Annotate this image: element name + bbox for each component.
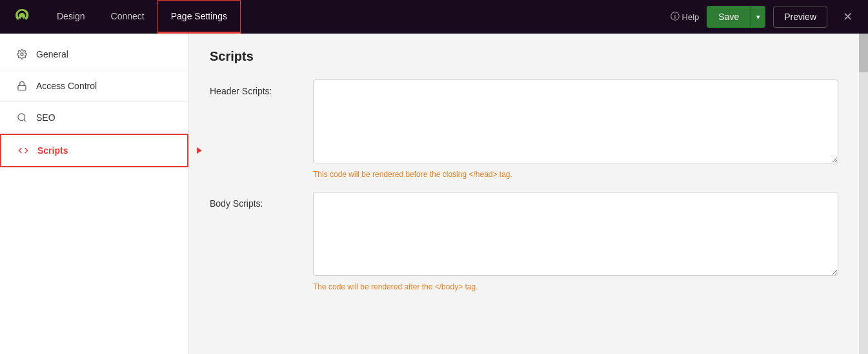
sidebar: General Access Control SEO	[0, 34, 189, 354]
code-icon	[17, 145, 30, 156]
header-scripts-hint: This code will be rendered before the cl…	[313, 170, 838, 179]
header-scripts-field: This code will be rendered before the cl…	[313, 79, 838, 179]
help-icon: ⓘ	[671, 11, 680, 23]
scrollbar-thumb[interactable]	[859, 34, 868, 72]
body-scripts-row: Body Scripts: The code will be rendered …	[210, 192, 838, 291]
nav-tab-connect[interactable]: Connect	[98, 0, 157, 34]
header-scripts-textarea[interactable]	[313, 79, 838, 163]
sidebar-item-general-label: General	[36, 49, 68, 59]
gear-icon	[15, 49, 28, 59]
preview-button[interactable]: Preview	[773, 6, 827, 28]
scrollbar[interactable]	[859, 34, 868, 354]
save-button[interactable]: Save	[707, 6, 751, 28]
chevron-down-icon: ▾	[756, 13, 760, 21]
sidebar-item-access-control-label: Access Control	[36, 81, 97, 91]
nav-tab-design[interactable]: Design	[44, 0, 98, 34]
help-button[interactable]: ⓘ Help	[671, 11, 700, 23]
svg-rect-1	[18, 85, 26, 90]
header-scripts-label: Header Scripts:	[210, 79, 313, 96]
nav-tab-page-settings[interactable]: Page Settings	[157, 0, 241, 34]
body-scripts-label: Body Scripts:	[210, 192, 313, 209]
main-layout: General Access Control SEO	[0, 34, 868, 354]
close-icon: ✕	[843, 10, 853, 23]
sidebar-item-general[interactable]: General	[0, 39, 188, 70]
sidebar-item-scripts-label: Scripts	[37, 145, 68, 156]
nav-right-actions: ⓘ Help Save ▾ Preview ✕	[671, 6, 858, 28]
app-logo	[10, 5, 34, 28]
lock-icon	[15, 81, 28, 91]
svg-line-3	[24, 120, 26, 121]
top-navigation: Design Connect Page Settings ⓘ Help Save…	[0, 0, 868, 34]
svg-point-0	[21, 53, 23, 56]
nav-tabs: Design Connect Page Settings	[44, 0, 671, 34]
sidebar-item-scripts[interactable]: Scripts	[0, 134, 188, 167]
sidebar-item-seo[interactable]: SEO	[0, 102, 188, 134]
sidebar-item-seo-label: SEO	[36, 112, 56, 123]
body-scripts-field: The code will be rendered after the </bo…	[313, 192, 838, 291]
svg-point-2	[18, 114, 25, 121]
content-area: Scripts Header Scripts: This code will b…	[189, 34, 859, 354]
save-button-group: Save ▾	[707, 6, 765, 28]
page-title: Scripts	[210, 49, 838, 64]
body-scripts-hint: The code will be rendered after the </bo…	[313, 282, 838, 291]
close-button[interactable]: ✕	[838, 7, 858, 26]
body-scripts-textarea[interactable]	[313, 192, 838, 276]
search-icon	[15, 112, 28, 123]
save-dropdown-button[interactable]: ▾	[751, 6, 765, 28]
header-scripts-row: Header Scripts: This code will be render…	[210, 79, 838, 179]
sidebar-item-access-control[interactable]: Access Control	[0, 70, 188, 102]
